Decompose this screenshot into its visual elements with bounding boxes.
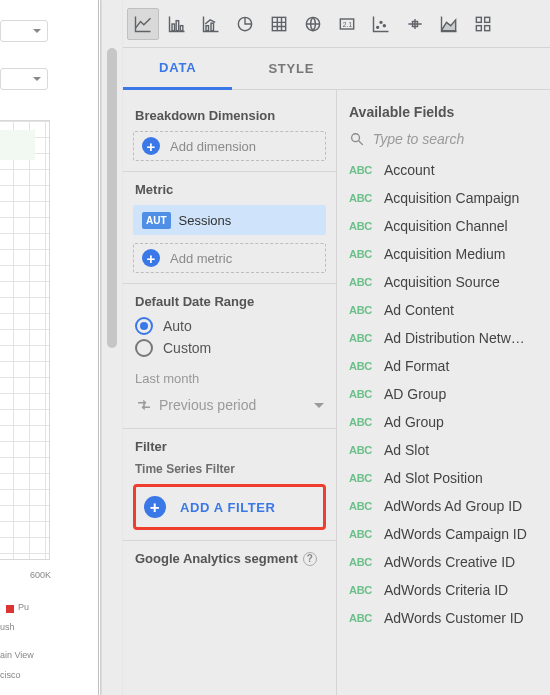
field-item[interactable]: ABCAcquisition Medium [337, 240, 550, 268]
help-icon[interactable]: ? [303, 552, 317, 566]
chart-type-bullet-icon[interactable] [399, 8, 431, 40]
field-type-badge: ABC [349, 500, 372, 512]
svg-line-19 [359, 141, 363, 145]
canvas-axis-label: 600K [30, 570, 51, 580]
chart-type-bar-icon[interactable] [161, 8, 193, 40]
field-item[interactable]: ABCAcquisition Campaign [337, 184, 550, 212]
field-name: Ad Slot [384, 442, 429, 458]
radio-custom[interactable]: Custom [135, 339, 324, 357]
field-type-badge: ABC [349, 444, 372, 456]
field-type-badge: ABC [349, 528, 372, 540]
field-name: Acquisition Campaign [384, 190, 519, 206]
field-item[interactable]: ABCAdWords Creative ID [337, 548, 550, 576]
compare-label: Previous period [159, 397, 256, 413]
chart-type-pivot-icon[interactable] [467, 8, 499, 40]
chart-type-pie-icon[interactable] [229, 8, 261, 40]
field-name: Ad Group [384, 414, 444, 430]
date-range-summary: Last month [135, 371, 324, 386]
legend-text: Pu [18, 602, 29, 612]
metric-type-badge: AUT [142, 212, 171, 229]
field-type-badge: ABC [349, 612, 372, 624]
field-name: Ad Distribution Netw… [384, 330, 525, 346]
field-type-badge: ABC [349, 388, 372, 400]
svg-rect-14 [476, 17, 481, 22]
fields-search[interactable] [337, 126, 550, 156]
legend-text: ain View [0, 650, 34, 660]
chart-type-area-icon[interactable] [433, 8, 465, 40]
chart-type-geo-icon[interactable] [297, 8, 329, 40]
field-name: Ad Slot Position [384, 470, 483, 486]
field-name: AD Group [384, 386, 446, 402]
data-config-column: Breakdown Dimension + Add dimension Metr… [123, 90, 336, 695]
section-title-segment: Google Analytics segment ? [135, 551, 324, 566]
field-name: Acquisition Source [384, 274, 500, 290]
field-item[interactable]: ABCAd Group [337, 408, 550, 436]
field-item[interactable]: ABCAdWords Ad Group ID [337, 492, 550, 520]
search-icon [349, 130, 365, 148]
radio-auto[interactable]: Auto [135, 317, 324, 335]
field-item[interactable]: ABCAD Group [337, 380, 550, 408]
field-item[interactable]: ABCAd Format [337, 352, 550, 380]
legend-text: ush [0, 622, 15, 632]
chart-type-combo-icon[interactable] [195, 8, 227, 40]
metric-chip-sessions[interactable]: AUT Sessions [133, 205, 326, 235]
field-type-badge: ABC [349, 416, 372, 428]
compare-arrows-icon [135, 396, 153, 414]
divider [123, 171, 336, 172]
field-item[interactable]: ABCAd Slot [337, 436, 550, 464]
field-item[interactable]: ABCAdWords Customer ID [337, 604, 550, 632]
add-metric-button[interactable]: + Add metric [133, 243, 326, 273]
field-item[interactable]: ABCAccount [337, 156, 550, 184]
svg-point-10 [377, 26, 379, 28]
field-name: Account [384, 162, 435, 178]
add-dimension-label: Add dimension [170, 139, 256, 154]
field-item[interactable]: ABCAd Slot Position [337, 464, 550, 492]
field-item[interactable]: ABCAcquisition Channel [337, 212, 550, 240]
field-type-badge: ABC [349, 276, 372, 288]
field-type-badge: ABC [349, 192, 372, 204]
field-type-badge: ABC [349, 584, 372, 596]
field-item[interactable]: ABCAd Content [337, 296, 550, 324]
report-canvas-background: 600K Pu ush ain View cisco [0, 0, 98, 695]
field-name: AdWords Campaign ID [384, 526, 527, 542]
field-type-badge: ABC [349, 472, 372, 484]
chart-type-scatter-icon[interactable] [365, 8, 397, 40]
tab-style[interactable]: STYLE [232, 48, 350, 89]
field-name: AdWords Criteria ID [384, 582, 508, 598]
compare-period-dropdown[interactable]: Previous period [133, 392, 326, 418]
section-title-metric: Metric [135, 182, 324, 197]
svg-rect-16 [476, 25, 481, 30]
canvas-dropdown-ghost[interactable] [0, 20, 48, 42]
scrollbar-gutter[interactable] [102, 0, 122, 695]
add-filter-button[interactable]: + ADD A FILTER [138, 490, 321, 524]
canvas-dropdown-ghost[interactable] [0, 68, 48, 90]
field-name: AdWords Creative ID [384, 554, 515, 570]
chart-type-scorecard-icon[interactable]: 2.1 [331, 8, 363, 40]
add-dimension-button[interactable]: + Add dimension [133, 131, 326, 161]
plus-icon: + [144, 496, 166, 518]
chart-type-line-icon[interactable] [127, 8, 159, 40]
radio-custom-label: Custom [163, 340, 211, 356]
chevron-down-icon [314, 403, 324, 408]
field-item[interactable]: ABCAdWords Campaign ID [337, 520, 550, 548]
tab-data[interactable]: DATA [123, 49, 232, 90]
legend-swatch [6, 605, 14, 613]
metric-label: Sessions [179, 213, 232, 228]
field-type-badge: ABC [349, 332, 372, 344]
field-item[interactable]: ABCAcquisition Source [337, 268, 550, 296]
field-item[interactable]: ABCAd Distribution Netw… [337, 324, 550, 352]
section-title-date-range: Default Date Range [135, 294, 324, 309]
panel-divider [98, 0, 100, 695]
panel-tabs: DATA STYLE [123, 48, 550, 90]
field-type-badge: ABC [349, 360, 372, 372]
add-metric-label: Add metric [170, 251, 232, 266]
available-fields-list[interactable]: ABCAccountABCAcquisition CampaignABCAcqu… [337, 156, 550, 695]
field-item[interactable]: ABCAdWords Criteria ID [337, 576, 550, 604]
svg-rect-6 [272, 17, 285, 30]
chart-type-table-icon[interactable] [263, 8, 295, 40]
scrollbar-thumb[interactable] [107, 48, 117, 348]
field-name: Ad Format [384, 358, 449, 374]
properties-panel: 2.1 DATA STYLE Breakdown Dimension + Add… [123, 0, 550, 695]
fields-search-input[interactable] [373, 131, 538, 147]
field-name: AdWords Customer ID [384, 610, 524, 626]
